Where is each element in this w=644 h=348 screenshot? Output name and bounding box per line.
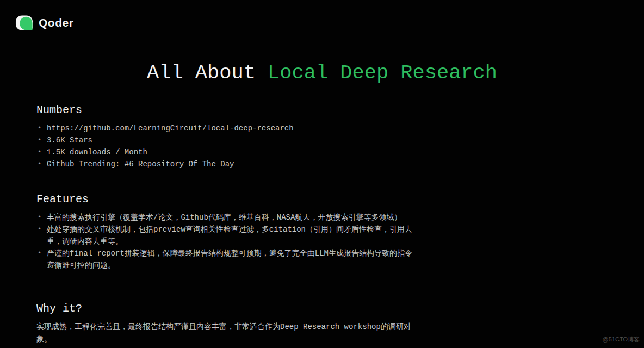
numbers-item-trending: Github Trending: #6 Repository Of The Da… (36, 158, 417, 170)
slide: Qoder All About Local Deep Research Numb… (0, 0, 644, 348)
page-title: All About Local Deep Research (0, 61, 644, 84)
numbers-item-repo-url: https://github.com/LearningCircuit/local… (36, 122, 417, 134)
features-item-final-report: 严谨的final report拼装逻辑，保障最终报告结构规整可预期，避免了完全由… (36, 247, 417, 271)
qoder-logo: Qoder (15, 15, 73, 31)
logo-wordmark: Qoder (39, 16, 73, 29)
why-heading: Why it? (36, 302, 417, 316)
slide-content: Numbers https://github.com/LearningCircu… (36, 103, 417, 346)
numbers-item-stars: 3.6K Stars (36, 134, 417, 146)
watermark: @51CTO博客 (603, 335, 640, 344)
features-heading: Features (36, 192, 417, 207)
numbers-heading: Numbers (36, 103, 417, 117)
title-plain-part: All About (147, 61, 268, 84)
features-list: 丰富的搜索执行引擎（覆盖学术/论文，Github代码库，维基百科，NASA航天，… (36, 212, 417, 271)
why-body-text: 实现成熟，工程化完善且，最终报告结构严谨且内容丰富，非常适合作为Deep Res… (36, 321, 417, 346)
features-item-cross-review: 处处穿插的交叉审核机制，包括preview查询相关性检查过滤，多citation… (36, 223, 417, 247)
numbers-item-downloads: 1.5K downloads / Month (36, 146, 417, 158)
title-highlight-part: Local Deep Research (268, 61, 497, 84)
section-why: Why it? 实现成熟，工程化完善且，最终报告结构严谨且内容丰富，非常适合作为… (36, 302, 417, 346)
qoder-logo-icon (15, 15, 33, 31)
numbers-list: https://github.com/LearningCircuit/local… (36, 122, 417, 170)
features-item-search-engines: 丰富的搜索执行引擎（覆盖学术/论文，Github代码库，维基百科，NASA航天，… (36, 212, 417, 223)
section-features: Features 丰富的搜索执行引擎（覆盖学术/论文，Github代码库，维基百… (36, 192, 417, 271)
section-numbers: Numbers https://github.com/LearningCircu… (36, 103, 417, 170)
